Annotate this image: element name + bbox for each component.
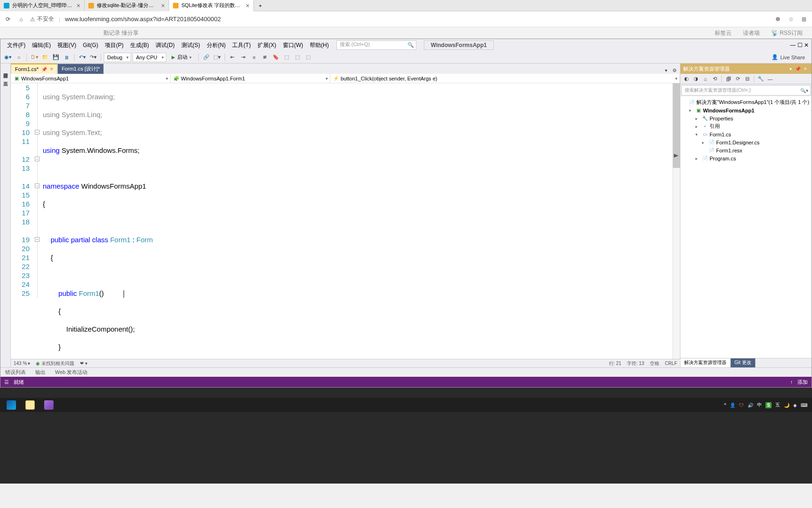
close-icon[interactable]: × bbox=[77, 2, 80, 9]
doc-tab-form1-cs[interactable]: Form1.cs* 📌 × bbox=[11, 64, 57, 74]
menu-window[interactable]: 窗口(W) bbox=[280, 40, 306, 51]
tab-error-list[interactable]: 错误列表 bbox=[0, 368, 31, 377]
panel-menu-icon[interactable]: ▾ bbox=[787, 66, 794, 71]
new-project-icon[interactable]: 🗋▾ bbox=[30, 53, 39, 62]
menu-help[interactable]: 帮助(H) bbox=[307, 40, 332, 51]
platform-combo[interactable]: Any CPU bbox=[133, 53, 166, 62]
start-button[interactable]: ▶启动▾ bbox=[168, 53, 195, 62]
project-selector[interactable]: WindowsFormsApp1 bbox=[424, 40, 494, 50]
taskbar-explorer[interactable] bbox=[21, 398, 39, 412]
tray-net-icon[interactable]: ◈ bbox=[793, 403, 797, 408]
properties-icon[interactable]: 🔧 bbox=[757, 75, 765, 83]
tab-web-publish[interactable]: Web 发布活动 bbox=[50, 368, 92, 377]
cursor-line[interactable]: 行: 21 bbox=[609, 360, 622, 367]
tray-sound-icon[interactable]: 🔊 bbox=[748, 403, 753, 408]
menu-file[interactable]: 文件(F) bbox=[4, 40, 28, 51]
menu-git[interactable]: Git(G) bbox=[80, 40, 101, 50]
step-icon[interactable]: ⬚▾ bbox=[212, 53, 222, 62]
nav-rss[interactable]: 📡 RSS订阅 bbox=[771, 29, 803, 37]
tray-lang-icon[interactable]: 中 bbox=[757, 402, 762, 408]
status-up-icon[interactable]: ↑ bbox=[790, 379, 793, 385]
fold-toggle[interactable]: − bbox=[35, 157, 39, 161]
issues-indicator[interactable]: ◉ 未找到相关问题 bbox=[36, 360, 74, 367]
menu-debug[interactable]: 调试(D) bbox=[153, 40, 178, 51]
taskbar-edge[interactable] bbox=[2, 398, 21, 412]
tab-git-changes[interactable]: Git 更改 bbox=[731, 358, 756, 367]
fold-toggle[interactable]: − bbox=[35, 183, 39, 188]
nav-back-icon[interactable]: ◉▾ bbox=[3, 53, 13, 62]
undo-icon[interactable]: ↶▾ bbox=[78, 53, 87, 62]
status-icon[interactable]: ☰ bbox=[4, 379, 9, 385]
home-icon[interactable]: ⌂ bbox=[701, 75, 710, 83]
favorites-icon[interactable]: ☆ bbox=[787, 15, 795, 24]
browser-tab-2[interactable]: SQLite修改表 字段的数据类型-百 × bbox=[169, 0, 254, 11]
nav-member-combo[interactable]: ⚡ button1_Click(object sender, EventArgs… bbox=[330, 74, 680, 83]
tray-user-icon[interactable]: 👤 bbox=[730, 403, 735, 408]
config-combo[interactable]: Debug bbox=[104, 53, 131, 62]
save-all-icon[interactable]: 🗎 bbox=[62, 53, 71, 62]
indent-dec-icon[interactable]: ⇤ bbox=[228, 53, 237, 62]
home-icon[interactable]: ⌂ bbox=[17, 15, 25, 24]
nav-tagcloud[interactable]: 标签云 bbox=[715, 29, 732, 37]
close-icon[interactable]: × bbox=[246, 2, 250, 9]
menu-edit[interactable]: 编辑(E) bbox=[29, 40, 54, 51]
browser-tab-1[interactable]: 修改sqlite-勤记录-懂分享-罗分明 × bbox=[85, 0, 169, 11]
doc-tab-form1-design[interactable]: Form1.cs [设计]* bbox=[57, 64, 104, 74]
bookmark-icon[interactable]: 🔖 bbox=[271, 53, 281, 62]
collections-icon[interactable]: ⊞ bbox=[800, 15, 808, 24]
tree-references[interactable]: ▸▫ 引用 bbox=[680, 122, 812, 130]
vertical-scrollbar[interactable] bbox=[672, 83, 680, 359]
tree-form1-designer[interactable]: ▸📄 Form1.Designer.cs bbox=[680, 138, 812, 146]
tool-icon-2[interactable]: ⬚ bbox=[293, 53, 302, 62]
close-icon[interactable]: × bbox=[161, 2, 165, 9]
nav-readers[interactable]: 读者墙 bbox=[743, 29, 760, 37]
menu-project[interactable]: 项目(P) bbox=[102, 40, 126, 51]
toolbox-tab[interactable]: 工具箱 bbox=[0, 74, 10, 82]
code-text[interactable]: using System.Drawing; using System.Linq;… bbox=[41, 83, 672, 359]
cursor-col[interactable]: 字符: 13 bbox=[627, 360, 644, 367]
server-explorer-tab[interactable]: 服务器资源管理器 bbox=[0, 65, 10, 74]
tree-properties[interactable]: ▸🔧 Properties bbox=[680, 114, 812, 122]
tool-icon-3[interactable]: ⬚ bbox=[304, 53, 313, 62]
tree-form1-resx[interactable]: 📄 Form1.resx bbox=[680, 146, 812, 154]
tool-icon[interactable]: ⬚ bbox=[282, 53, 291, 62]
save-icon[interactable]: 💾 bbox=[51, 53, 61, 62]
fold-toggle[interactable]: − bbox=[35, 237, 39, 242]
panel-close-icon[interactable]: × bbox=[802, 66, 809, 71]
tree-project[interactable]: ▾▣ WindowsFormsApp1 bbox=[680, 106, 812, 114]
collapse-icon[interactable]: ⊟ bbox=[743, 75, 751, 83]
tray-kb-icon[interactable]: ⌨ bbox=[801, 403, 807, 408]
menu-analyze[interactable]: 分析(N) bbox=[204, 40, 229, 51]
status-add[interactable]: 添加 bbox=[797, 379, 808, 386]
tab-settings-icon[interactable]: ⚙ bbox=[671, 66, 678, 74]
attach-icon[interactable]: 🔗 bbox=[202, 53, 211, 62]
nav-assembly-combo[interactable]: ▣ WindowsFormsApp1 bbox=[11, 74, 171, 83]
pin-icon[interactable]: 📌 bbox=[41, 67, 47, 72]
tray-wubi-icon[interactable]: 五 bbox=[775, 402, 780, 408]
tab-solution-explorer[interactable]: 解决方案资源管理器 bbox=[680, 358, 731, 367]
vs-search-input[interactable]: 搜索 (Ctrl+Q)🔍 bbox=[336, 40, 416, 50]
refresh-icon[interactable]: ⟳ bbox=[4, 15, 12, 24]
redo-icon[interactable]: ↷▾ bbox=[88, 53, 98, 62]
nav-class-combo[interactable]: 🧩 WindowsFormsApp1.Form1 bbox=[171, 74, 330, 83]
tree-form1-cs[interactable]: ▾▭ Form1.cs bbox=[680, 130, 812, 138]
refresh-icon[interactable]: ⟳ bbox=[734, 75, 742, 83]
tray-shield-icon[interactable]: 🛡 bbox=[739, 403, 744, 408]
new-tab-button[interactable]: + bbox=[254, 0, 267, 11]
open-icon[interactable]: 📁 bbox=[40, 53, 50, 62]
menu-view[interactable]: 视图(V) bbox=[55, 40, 79, 51]
nav-fwd-icon[interactable]: ○ bbox=[14, 53, 23, 62]
solution-search-input[interactable]: 搜索解决方案资源管理器(Ctrl+;)🔍▾ bbox=[681, 85, 811, 95]
tab-overflow-icon[interactable]: ▾ bbox=[662, 66, 670, 74]
indent-inc-icon[interactable]: ⇥ bbox=[239, 53, 248, 62]
maximize-button[interactable]: ☐ bbox=[797, 42, 803, 48]
panel-pin-icon[interactable]: 📌 bbox=[795, 66, 801, 71]
tab-output[interactable]: 输出 bbox=[31, 368, 50, 377]
tray-ime-icon[interactable]: S bbox=[765, 402, 772, 408]
show-all-icon[interactable]: 🗐 bbox=[724, 75, 733, 83]
fwd-icon[interactable]: ◑ bbox=[692, 75, 700, 83]
menu-extensions[interactable]: 扩展(X) bbox=[255, 40, 279, 51]
close-button[interactable]: ✕ bbox=[804, 42, 809, 48]
uncomment-icon[interactable]: ≢ bbox=[260, 53, 270, 62]
menu-tools[interactable]: 工具(T) bbox=[229, 40, 253, 51]
